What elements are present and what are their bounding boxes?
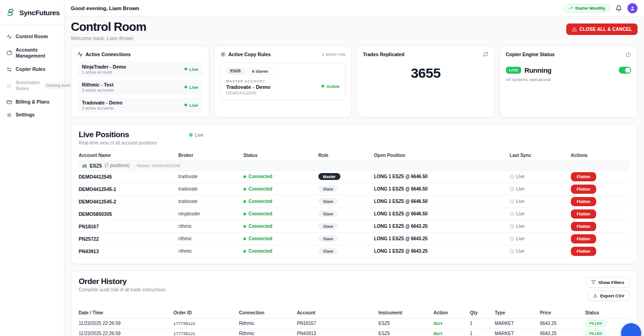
live-positions-panel: Live Positions Real-time view of all acc… — [71, 124, 638, 264]
column-header: Broker — [178, 153, 243, 158]
position-row: DEMO4412545-2 tradovate Connected Slave … — [79, 196, 630, 208]
position-row: DEMO4412545 tradovate Connected Master L… — [79, 171, 630, 183]
column-header: Status — [243, 153, 318, 158]
stat-cards-row: Active Connections NinjaTrader - Demo 1 … — [71, 46, 638, 117]
user-avatar[interactable] — [627, 3, 638, 13]
order-instrument: ESZ5 — [379, 331, 434, 336]
connection-name: NinjaTrader - Demo — [82, 64, 126, 70]
sidebar-item-label: Settings — [16, 112, 58, 118]
position-broker: rithmic — [178, 249, 243, 254]
position-account: DEMO5850305 — [79, 211, 178, 217]
role-badge: Slave — [318, 210, 338, 217]
rule-status: Active — [326, 84, 339, 89]
position-broker: rithmic — [178, 236, 243, 241]
activity-icon — [77, 52, 83, 57]
sidebar-item-settings[interactable]: Settings — [5, 109, 59, 121]
master-account-label: MASTER ACCOUNT — [226, 79, 273, 83]
positions-rows: DEMO4412545 tradovate Connected Master L… — [79, 171, 630, 258]
sidebar-item-label: Accounts Management — [16, 47, 58, 59]
flatten-button[interactable]: Flatten — [571, 185, 597, 194]
column-header: Order ID — [173, 310, 239, 315]
card-title-text: Copier Engine Status — [506, 52, 555, 57]
live-positions-subtitle: Real-time view of all account positions — [79, 140, 157, 145]
role-badge: Slave — [318, 248, 338, 255]
position-status: Connected — [248, 236, 272, 241]
flatten-button[interactable]: Flatten — [571, 172, 597, 181]
brand-name: SyncFutures — [19, 9, 60, 17]
connection-status: Live — [189, 67, 198, 72]
order-action: BUY — [433, 321, 470, 326]
last-sync-label: Live — [516, 211, 524, 216]
connected-dot-icon — [243, 225, 246, 228]
role-badge: Slave — [318, 223, 338, 230]
flatten-button[interactable]: Flatten — [571, 222, 597, 231]
order-row: 11/23/2025 22:26:59 177738121 Rithmic PN… — [79, 329, 630, 336]
sidebar-item-accounts-management[interactable]: Accounts Management — [5, 44, 59, 62]
order-action: BUY — [433, 331, 470, 336]
connected-dot-icon — [243, 250, 246, 253]
position-status: Connected — [248, 211, 272, 216]
flatten-button[interactable]: Flatten — [571, 209, 597, 219]
show-filters-label: Show Filters — [598, 280, 624, 285]
download-icon — [593, 293, 598, 298]
column-header: Actions — [571, 153, 630, 158]
column-header: Instrument — [379, 310, 434, 315]
sidebar-item-control-room[interactable]: Control Room — [5, 31, 59, 43]
bar-chart-icon — [82, 163, 87, 168]
flatten-button[interactable]: Flatten — [571, 197, 597, 206]
order-datetime: 11/23/2025 22:26:59 — [79, 321, 173, 326]
position-row: DEMO4412545-1 tradovate Connected Slave … — [79, 183, 630, 196]
brand: SyncFutures — [0, 0, 64, 25]
clock-icon — [510, 224, 514, 229]
order-row: 11/23/2025 22:26:59 177738122 Rithmic PN… — [79, 319, 630, 329]
role-badge: Slave — [318, 185, 338, 192]
last-sync-label: Live — [516, 199, 524, 204]
position-row: PN18167 rithmic Connected Slave LONG 1 E… — [79, 220, 630, 233]
show-filters-button[interactable]: Show Filters — [586, 277, 630, 288]
order-status-badge: FILLED — [585, 330, 606, 336]
last-sync-label: Live — [516, 186, 524, 191]
close-all-cancel-button[interactable]: CLOSE ALL & CANCEL — [566, 23, 638, 35]
connection-status: Live — [189, 85, 198, 90]
open-position: LONG 1 ESZ5 @ 6646.50 — [374, 211, 510, 216]
connection-detail: 3 active accounts — [82, 88, 114, 93]
connection-item: NinjaTrader - Demo 1 active account Live — [77, 62, 203, 77]
sidebar-item-label: Automator Rules — [16, 80, 40, 92]
position-account: PN18167 — [79, 224, 178, 229]
page-content: Control Room Welcome back, Liam Brown CL… — [64, 17, 644, 336]
export-csv-label: Export CSV — [600, 293, 624, 298]
sidebar-item-automator-rules: Automator Rules Coming Soon — [5, 77, 59, 95]
plan-badge[interactable]: Starter Monthly — [564, 4, 610, 12]
topbar: Good evening, Liam Brown Starter Monthly — [64, 0, 644, 17]
sidebar-item-label: Control Room — [16, 34, 58, 40]
flatten-button[interactable]: Flatten — [571, 247, 597, 256]
power-icon — [626, 52, 631, 57]
open-position: LONG 1 ESZ5 @ 6643.25 — [374, 236, 510, 241]
plan-badge-label: Starter Monthly — [575, 6, 605, 11]
position-account: DEMO4412545-2 — [79, 199, 178, 204]
engine-toggle[interactable] — [619, 67, 631, 74]
open-position: LONG 1 ESZ5 @ 6646.50 — [374, 174, 510, 179]
export-csv-button[interactable]: Export CSV — [587, 290, 630, 301]
engine-detail-text: All systems operational — [506, 77, 632, 82]
flatten-button[interactable]: Flatten — [571, 234, 597, 243]
column-header: Type — [494, 310, 540, 315]
open-position: LONG 1 ESZ5 @ 6646.50 — [374, 186, 510, 191]
positions-group-row: ESZ5 (7 positions) · Master: DEMO4412545 — [79, 161, 630, 171]
last-sync-label: Live — [516, 174, 524, 179]
slaves-badge: 6 slaves — [247, 68, 273, 75]
active-connections-card: Active Connections NinjaTrader - Demo 1 … — [71, 46, 209, 117]
active-rule-count: 1 active rule — [322, 52, 345, 57]
column-header: Qty — [470, 310, 495, 315]
position-account: PN25722 — [79, 236, 178, 242]
sidebar-item-billing-plans[interactable]: Billing & Plans — [5, 96, 59, 108]
column-header: Status — [585, 310, 630, 315]
sidebar-item-copier-rules[interactable]: Copier Rules — [5, 64, 59, 75]
card-title-text: Trades Replicated — [363, 52, 404, 57]
clock-icon — [510, 212, 514, 216]
master-account-id: DEMO4412545 — [226, 90, 273, 95]
group-master-label: · Master: DEMO4412545 — [134, 163, 180, 168]
orders-rows: 11/23/2025 22:26:59 177738122 Rithmic PN… — [79, 319, 630, 336]
clock-icon — [510, 237, 514, 241]
notifications-bell-icon[interactable] — [615, 5, 622, 12]
